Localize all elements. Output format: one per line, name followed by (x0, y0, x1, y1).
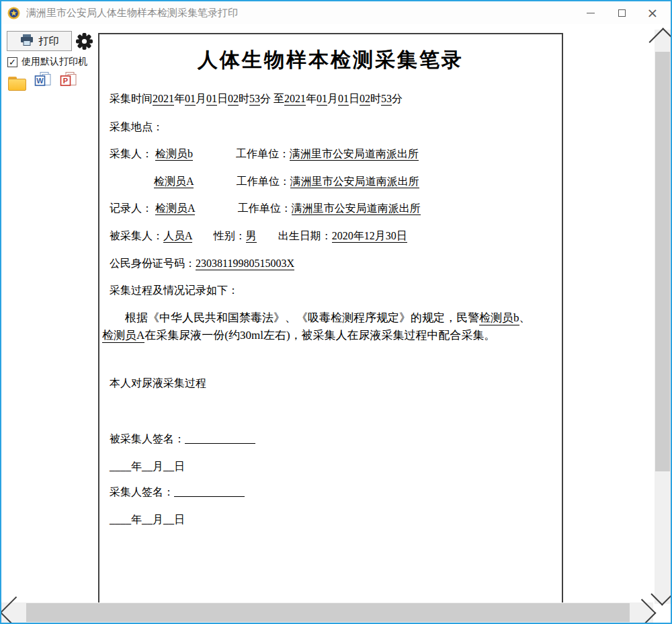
titlebar: 满洲里市公安局人体生物样本检测采集笔录打印 × (1, 1, 671, 24)
svg-text:P: P (63, 77, 68, 85)
scroll-down-button[interactable] (655, 584, 671, 604)
document-paper: 人体生物样本检测采集笔录 采集时间2021年01月01日02时53分 至2021… (98, 33, 563, 624)
document-title: 人体生物样本检测采集笔录 (99, 46, 562, 74)
police-badge-icon (7, 7, 20, 20)
default-printer-row: ✓ 使用默认打印机 (7, 55, 87, 69)
settings-button[interactable] (75, 32, 94, 51)
doc-line: 被采集人签名： (110, 431, 255, 446)
chevron-right-icon (627, 598, 657, 624)
doc-line: 检测员A 工作单位：满洲里市公安局道南派出所 (154, 173, 419, 189)
minimize-button[interactable] (575, 1, 606, 24)
doc-line: 采集过程及情况记录如下： (110, 282, 239, 298)
doc-line: ____年__月__日 (110, 459, 185, 474)
vertical-scrollbar-thumb[interactable] (655, 52, 670, 471)
vertical-scrollbar[interactable] (655, 30, 671, 604)
folder-icon[interactable] (8, 77, 26, 91)
doc-line: 采集人签名： (110, 484, 245, 500)
chevron-down-icon (650, 580, 672, 605)
doc-line: 检测员A在采集尿液一份(约30ml左右)，被采集人在尿液采集过程中配合采集。 (102, 327, 496, 343)
window-controls: × (575, 1, 668, 24)
default-printer-checkbox[interactable]: ✓ (7, 57, 17, 67)
app-window: 满洲里市公安局人体生物样本检测采集笔录打印 × 打印 (0, 0, 672, 624)
checkmark-icon: ✓ (9, 58, 16, 67)
maximize-icon (618, 9, 626, 17)
export-toolbar: W P (8, 71, 77, 91)
doc-line: 采集时间2021年01月01日02时53分 至2021年01月01日02时53分 (110, 91, 403, 106)
doc-line: 公民身份证号码：23038119980515003X (110, 256, 294, 271)
minimize-icon (587, 13, 595, 13)
doc-line: 被采集人：人员A 性别：男 出生日期：2020年12月30日 (110, 228, 407, 243)
doc-line: 本人对尿液采集过程 (110, 375, 206, 391)
print-button[interactable]: 打印 (7, 31, 72, 51)
gear-icon (75, 32, 93, 50)
printer-icon (20, 34, 34, 48)
maximize-button[interactable] (606, 1, 637, 24)
horizontal-scrollbar-thumb[interactable] (26, 603, 630, 622)
close-button[interactable]: × (637, 1, 668, 24)
pdf-export-icon[interactable]: P (60, 71, 77, 91)
doc-line: 采集地点： (110, 119, 163, 134)
doc-line: 记录人： 检测员A 工作单位：满洲里市公安局道南派出所 (110, 200, 421, 216)
doc-line: 采集人： 检测员b 工作单位：满洲里市公安局道南派出所 (110, 146, 419, 161)
window-title: 满洲里市公安局人体生物样本检测采集笔录打印 (26, 7, 238, 20)
scroll-right-button[interactable] (632, 602, 653, 623)
close-icon: × (647, 6, 659, 20)
chevron-up-icon (648, 28, 672, 53)
scroll-up-button[interactable] (655, 30, 671, 50)
print-button-label: 打印 (39, 35, 59, 48)
doc-line: 根据《中华人民共和国禁毒法》、《吸毒检测程序规定》的规定，民警检测员b、 (102, 310, 531, 325)
svg-text:W: W (36, 77, 44, 85)
scroll-left-button[interactable] (3, 602, 26, 623)
word-export-icon[interactable]: W (34, 71, 52, 91)
default-printer-label: 使用默认打印机 (22, 56, 87, 68)
horizontal-scrollbar[interactable] (1, 602, 653, 623)
doc-line: ____年__月__日 (110, 512, 185, 527)
